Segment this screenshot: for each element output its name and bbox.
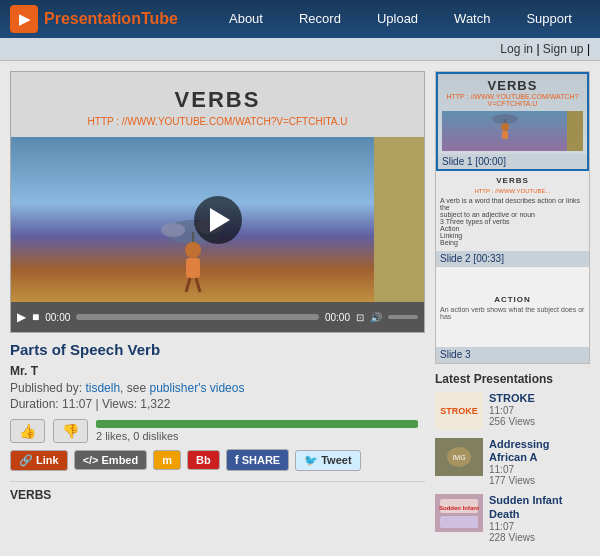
- african-time: 11:07: [489, 464, 590, 475]
- svg-point-10: [501, 123, 509, 131]
- sids-thumb: Sudden Infant: [435, 494, 483, 532]
- expand-control[interactable]: ⊡: [356, 312, 364, 323]
- moodle-label: m: [162, 454, 172, 466]
- sids-title: Sudden Infant Death: [489, 494, 590, 520]
- time-current: 00:00: [45, 312, 70, 323]
- logo-text-tube: Tube: [141, 10, 178, 27]
- progress-bar[interactable]: [76, 314, 319, 320]
- see-label: see: [127, 381, 146, 395]
- facebook-button[interactable]: f SHARE: [226, 449, 290, 471]
- volume-bar[interactable]: [388, 315, 418, 319]
- play-control[interactable]: ▶: [17, 310, 26, 324]
- african-thumb: IMG: [435, 438, 483, 476]
- slide-1-label: Slide 1 [00:00]: [438, 154, 587, 169]
- latest-title: Latest Presentations: [435, 372, 590, 386]
- svg-line-5: [196, 278, 200, 292]
- sids-views: 228 Views: [489, 532, 590, 543]
- slide-1-mini: [442, 111, 583, 151]
- slides-container[interactable]: VERBS HTTP : //WWW.YOUTUBE.COM/WATCH?V=C…: [435, 71, 590, 364]
- nav-upload[interactable]: Upload: [359, 0, 436, 38]
- link-button[interactable]: 🔗 Link: [10, 450, 68, 471]
- slide-1-mini-left: [442, 111, 567, 151]
- latest-item-sids[interactable]: Sudden Infant Sudden Infant Death 11:07 …: [435, 494, 590, 542]
- sids-time: 11:07: [489, 521, 590, 532]
- slide-2-label: Slide 2 [00:33]: [436, 251, 589, 266]
- african-title: Addressing African A: [489, 438, 590, 464]
- video-title-area: VERBS HTTP : //WWW.YOUTUBE.COM/WATCH?V=C…: [11, 72, 424, 137]
- publisher-link[interactable]: tisdelh: [85, 381, 120, 395]
- svg-point-2: [185, 242, 201, 258]
- african-thumb-image: IMG: [435, 438, 483, 476]
- left-column: VERBS HTTP : //WWW.YOUTUBE.COM/WATCH?V=C…: [10, 71, 425, 551]
- twitter-label: Tweet: [321, 454, 351, 466]
- slide-3[interactable]: ACTION An action verb shows what the sub…: [436, 267, 589, 363]
- slide-1-content: VERBS HTTP : //WWW.YOUTUBE.COM/WATCH?V=C…: [438, 74, 587, 154]
- embed-button[interactable]: </> Embed: [74, 450, 148, 470]
- svg-rect-18: [440, 516, 478, 528]
- slide-2[interactable]: VERBS HTTP : //WWW.YOUTUBE... A verb is …: [436, 171, 589, 267]
- slide-1-url: HTTP : //WWW.YOUTUBE.COM/WATCH?V=CFTCHIT…: [442, 93, 583, 107]
- video-frame[interactable]: [11, 137, 424, 302]
- svg-line-4: [186, 278, 190, 292]
- slide-2-url: HTTP : //WWW.YOUTUBE...: [440, 188, 585, 194]
- slide-3-title: ACTION: [440, 295, 585, 304]
- volume-icon[interactable]: 🔊: [370, 312, 382, 323]
- svg-point-6: [161, 223, 185, 237]
- nav-about[interactable]: About: [211, 0, 281, 38]
- video-url: HTTP : //WWW.YOUTUBE.COM/WATCH?V=CFTCHIT…: [21, 116, 414, 127]
- stroke-title: STROKE: [489, 392, 590, 405]
- slide-2-body: A verb is a word that describes action o…: [440, 197, 585, 246]
- like-dislike-row: 👍 👎 2 likes, 0 dislikes: [10, 419, 425, 443]
- bb-button[interactable]: Bb: [187, 450, 220, 470]
- auth-sep2: |: [587, 42, 590, 56]
- embed-label: </>: [83, 454, 99, 466]
- dislike-button[interactable]: 👎: [53, 419, 88, 443]
- nav-support[interactable]: Support: [508, 0, 590, 38]
- moodle-button[interactable]: m: [153, 450, 181, 470]
- like-counts: 2 likes, 0 dislikes: [96, 430, 425, 442]
- embed-text: Embed: [102, 454, 139, 466]
- time-total: 00:00: [325, 312, 350, 323]
- play-button[interactable]: [194, 196, 242, 244]
- like-button[interactable]: 👍: [10, 419, 45, 443]
- signup-link[interactable]: Sign up: [543, 42, 584, 56]
- transcript-label: VERBS: [10, 488, 425, 502]
- slide-3-image: ACTION An action verb shows what the sub…: [436, 267, 589, 347]
- twitter-button[interactable]: 🐦 Tweet: [295, 450, 360, 471]
- svg-text:Sudden Infant: Sudden Infant: [439, 505, 479, 511]
- nav-watch[interactable]: Watch: [436, 0, 508, 38]
- logo-area: ▶ PresentationTube: [10, 5, 211, 33]
- publishers-videos-link[interactable]: publisher's videos: [149, 381, 244, 395]
- slide-1[interactable]: VERBS HTTP : //WWW.YOUTUBE.COM/WATCH?V=C…: [436, 72, 589, 171]
- views-value: 1,322: [140, 397, 170, 411]
- slide-2-title: VERBS: [440, 176, 585, 185]
- svg-text:IMG: IMG: [452, 454, 465, 461]
- logo-icon: ▶: [10, 5, 38, 33]
- info-section: Parts of Speech Verb Mr. T Published by:…: [10, 333, 425, 510]
- latest-item-stroke[interactable]: STROKE STROKE 11:07 256 Views: [435, 392, 590, 430]
- duration-value: 11:07: [62, 397, 92, 411]
- latest-item-african[interactable]: IMG Addressing African A 11:07 177 Views: [435, 438, 590, 486]
- nav-record[interactable]: Record: [281, 0, 359, 38]
- nav: About Record Upload Watch Support: [211, 0, 590, 38]
- video-main-title: VERBS: [21, 87, 414, 113]
- stop-control[interactable]: ■: [32, 310, 39, 324]
- views-label: Views:: [102, 397, 137, 411]
- sids-thumb-image: Sudden Infant: [435, 494, 483, 532]
- like-bar-container: 2 likes, 0 dislikes: [96, 420, 425, 442]
- presentation-title: Parts of Speech Verb: [10, 341, 425, 358]
- svg-rect-11: [502, 131, 508, 139]
- author-name: Mr. T: [10, 364, 425, 378]
- link-label: Link: [36, 454, 59, 466]
- login-link[interactable]: Log in: [500, 42, 533, 56]
- bb-label: Bb: [196, 454, 211, 466]
- link-icon: 🔗: [19, 454, 33, 467]
- right-column: VERBS HTTP : //WWW.YOUTUBE.COM/WATCH?V=C…: [435, 71, 590, 551]
- transcript-section: VERBS: [10, 481, 425, 502]
- slide-2-image: VERBS HTTP : //WWW.YOUTUBE... A verb is …: [436, 171, 589, 251]
- logo-text: PresentationTube: [44, 10, 178, 28]
- slide-1-image: VERBS HTTP : //WWW.YOUTUBE.COM/WATCH?V=C…: [438, 74, 587, 154]
- latest-info-african: Addressing African A 11:07 177 Views: [489, 438, 590, 486]
- latest-info-stroke: STROKE 11:07 256 Views: [489, 392, 590, 430]
- facebook-label: SHARE: [242, 454, 281, 466]
